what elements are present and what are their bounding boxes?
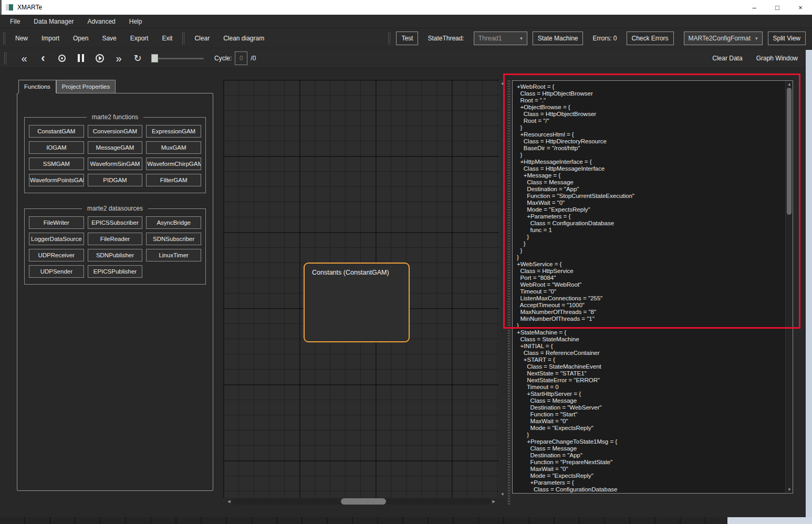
config-line: MaxWait = "0" — [517, 466, 785, 473]
function-button[interactable]: PIDGAM — [88, 174, 143, 186]
split-view-button[interactable]: Split View — [768, 32, 806, 45]
toolbar-button[interactable]: Import — [35, 35, 66, 42]
pause-icon[interactable] — [71, 54, 90, 62]
title-bar: XMARTe – □ × — [0, 0, 812, 15]
toolbar-drag-handle[interactable] — [4, 52, 6, 65]
function-button[interactable]: IOGAM — [29, 141, 84, 154]
reload-icon[interactable]: ↻ — [128, 53, 147, 64]
menu-item[interactable]: Data Manager — [27, 15, 80, 28]
datasource-button[interactable]: UDPSender — [29, 265, 84, 278]
scroll-right-icon[interactable]: ► — [491, 499, 497, 504]
scrollbar-track[interactable] — [232, 498, 491, 505]
menu-item[interactable]: Advanced — [80, 15, 122, 28]
config-vertical-scrollbar[interactable]: ▲ ▼ — [785, 81, 793, 493]
datasource-button[interactable]: AsyncBridge — [146, 216, 201, 229]
app-icon — [6, 4, 13, 11]
function-button[interactable]: ConstantGAM — [29, 125, 84, 138]
datasource-button[interactable]: UDPReceiver — [29, 249, 84, 261]
thread-select[interactable]: Thread1 ▾ — [474, 32, 527, 45]
toolbar-drag-handle[interactable] — [3, 32, 5, 45]
panel-splitter-handle[interactable] — [507, 80, 511, 505]
scroll-left-icon[interactable]: ◄ — [226, 499, 232, 504]
tab-project-properties[interactable]: Project Properties — [56, 80, 116, 93]
cycle-total-label: /0 — [251, 55, 256, 62]
function-button[interactable]: WaveformChirpGAM — [146, 158, 201, 170]
function-button[interactable]: WaveformPointsGAM — [29, 174, 84, 186]
datasource-button[interactable]: LinuxTimer — [146, 249, 201, 261]
config-format-select[interactable]: MARTe2ConfigFormat ▾ — [684, 32, 763, 45]
config-line: func = 1 — [517, 227, 785, 234]
step-back-icon[interactable]: ‹ — [34, 53, 53, 64]
state-thread-label: StateThread: — [421, 35, 471, 42]
tab-functions[interactable]: Functions — [18, 80, 56, 93]
config-line: } — [517, 322, 785, 329]
datasources-group: marte2 datasources FileWriterEPICSSubscr… — [24, 205, 206, 285]
toolbar-button[interactable]: New — [8, 35, 35, 42]
config-line: +INITIAL = { — [517, 343, 785, 350]
config-line: Class = HttpService — [517, 268, 785, 275]
record-icon[interactable] — [53, 55, 71, 62]
config-line: +PrepareChangeToState1Msg = { — [517, 438, 785, 445]
diagram-canvas[interactable]: Constants (ConstantGAM) — [223, 80, 499, 498]
datasource-button[interactable]: SDNSubscriber — [146, 233, 201, 245]
function-button[interactable]: ExpressionGAM — [146, 125, 201, 138]
toolbar-drag-handle[interactable] — [388, 32, 390, 45]
function-button[interactable]: MuxGAM — [146, 141, 201, 154]
function-button[interactable]: FilterGAM — [146, 174, 201, 186]
scroll-down-icon[interactable]: ▼ — [786, 487, 793, 492]
main-area: Functions Project Properties marte2 func… — [0, 68, 812, 517]
test-button[interactable]: Test — [396, 32, 418, 45]
toolbar-drag-handle[interactable] — [182, 32, 184, 45]
function-button[interactable]: MessageGAM — [88, 141, 143, 154]
slider-handle[interactable] — [151, 54, 158, 62]
canvas-horizontal-scrollbar[interactable]: ◄ ► — [226, 498, 497, 505]
function-button[interactable]: SSMGAM — [29, 158, 84, 170]
function-button[interactable]: WaveformSinGAM — [88, 158, 143, 170]
toolbar-button[interactable]: Open — [66, 35, 95, 42]
canvas-vertical-scrollbar[interactable]: ▲ ▼ — [499, 80, 506, 498]
maximize-button[interactable]: □ — [766, 0, 789, 15]
datasource-button[interactable]: EPICSSubscriber — [88, 216, 143, 229]
sidebar: Functions Project Properties marte2 func… — [17, 80, 213, 491]
play-icon[interactable] — [90, 54, 109, 62]
datasource-button[interactable]: FileReader — [88, 233, 143, 245]
config-line: Class = ConfigurationDatabase — [517, 486, 785, 493]
playback-toolbar: « ‹ » ↻ Cycle: 0 /0 Clear Data Graph Win… — [0, 48, 812, 68]
skip-forward-icon[interactable]: » — [109, 53, 128, 64]
cycle-input[interactable]: 0 — [235, 51, 247, 65]
toolbar-button[interactable]: Exit — [155, 35, 179, 42]
config-text[interactable]: +WebRoot = { Class = HttpObjectBrowser R… — [513, 81, 785, 493]
datasource-button[interactable]: LoggerDataSource — [29, 233, 84, 245]
close-button[interactable]: × — [789, 0, 812, 15]
config-line: +ObjectBrowse = { — [517, 104, 785, 111]
scrollbar-thumb[interactable] — [341, 498, 386, 505]
cycle-slider[interactable] — [151, 54, 204, 62]
config-line: WebRoot = "WebRoot" — [517, 281, 785, 288]
toolbar-button[interactable]: Clean diagram — [216, 35, 271, 42]
menu-item[interactable]: File — [3, 15, 27, 28]
minimize-button[interactable]: – — [743, 0, 766, 15]
constant-gam-node[interactable]: Constants (ConstantGAM) — [304, 263, 410, 342]
datasource-button[interactable]: SDNPublisher — [88, 249, 143, 261]
menu-item[interactable]: Help — [122, 15, 149, 28]
scroll-up-icon[interactable]: ▲ — [499, 81, 506, 86]
clear-data-button[interactable]: Clear Data — [705, 55, 749, 62]
skip-to-start-icon[interactable]: « — [15, 53, 34, 64]
toolbar-button[interactable]: Save — [95, 35, 123, 42]
state-machine-button[interactable]: State Machine — [533, 32, 584, 45]
graph-window-button[interactable]: Graph Window — [749, 55, 805, 62]
scroll-down-icon[interactable]: ▼ — [499, 492, 506, 497]
config-editor[interactable]: +WebRoot = { Class = HttpObjectBrowser R… — [512, 80, 793, 494]
datasource-button[interactable]: FileWriter — [29, 216, 84, 229]
scrollbar-thumb[interactable] — [787, 88, 792, 215]
toolbar-button[interactable]: Clear — [188, 35, 216, 42]
datasource-button[interactable]: EPICSPublisher — [88, 265, 143, 278]
config-line: Class = Message — [517, 397, 785, 404]
toolbar-button[interactable]: Export — [123, 35, 155, 42]
config-line: Function = "StopCurrentStateExecution" — [517, 193, 785, 200]
check-errors-button[interactable]: Check Errors — [627, 32, 674, 45]
config-format-value: MARTe2ConfigFormat — [689, 35, 751, 42]
scroll-up-icon[interactable]: ▲ — [786, 82, 793, 87]
config-line: Mode = "ExpectsReply" — [517, 473, 785, 479]
function-button[interactable]: ConversionGAM — [88, 125, 143, 138]
